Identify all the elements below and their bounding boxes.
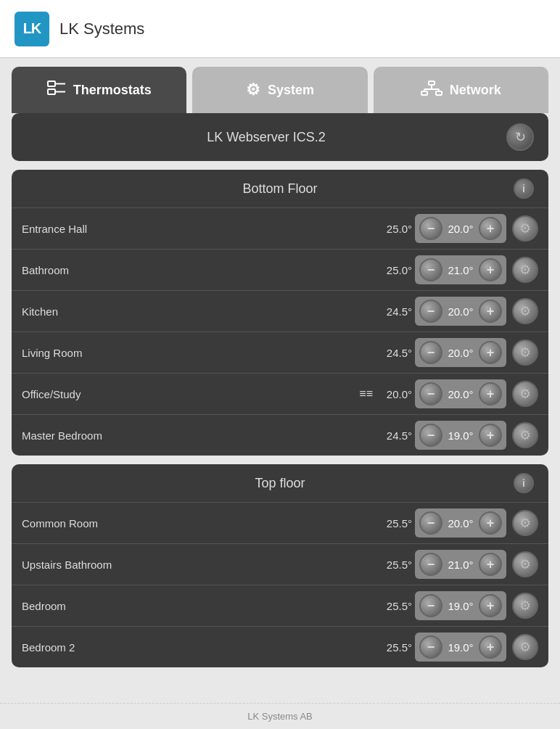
tab-thermostats[interactable]: Thermostats bbox=[12, 67, 186, 113]
room-row-0-4: Office/Study≡≡20.0°−20.0°+⚙ bbox=[12, 373, 548, 414]
room-row-0-3: Living Room24.5°−20.0°+⚙ bbox=[12, 331, 548, 373]
room-set-temp-1-3: 19.0° bbox=[445, 641, 476, 654]
room-controls-0-4: −20.0°+ bbox=[415, 379, 506, 408]
room-controls-1-2: −19.0°+ bbox=[415, 591, 506, 620]
increase-temp-button-1-0[interactable]: + bbox=[479, 511, 502, 535]
increase-temp-button-1-1[interactable]: + bbox=[479, 553, 502, 576]
floor-header-1: Top floori bbox=[12, 464, 548, 502]
decrease-temp-button-1-2[interactable]: − bbox=[419, 594, 442, 617]
decrease-temp-button-0-0[interactable]: − bbox=[419, 217, 442, 240]
room-name-1-3: Bedroom 2 bbox=[22, 641, 374, 654]
room-set-temp-1-2: 19.0° bbox=[445, 600, 476, 612]
decrease-temp-button-0-1[interactable]: − bbox=[419, 258, 442, 281]
tab-network[interactable]: Network bbox=[374, 67, 548, 113]
room-actual-temp-0-1: 25.0° bbox=[374, 264, 412, 276]
room-name-0-1: Bathroom bbox=[22, 264, 374, 276]
nav-tabs: Thermostats ⚙ System Network bbox=[0, 58, 560, 113]
decrease-temp-button-0-2[interactable]: − bbox=[419, 300, 442, 323]
floor-header-0: Bottom Floori bbox=[12, 170, 548, 207]
floors-container: Bottom FlooriEntrance Hall25.0°−20.0°+⚙B… bbox=[12, 170, 548, 667]
room-name-0-4: Office/Study bbox=[22, 388, 359, 400]
room-set-temp-0-5: 19.0° bbox=[445, 429, 476, 442]
floor-info-button-0[interactable]: i bbox=[514, 178, 534, 199]
room-actual-temp-1-0: 25.5° bbox=[374, 517, 412, 530]
room-settings-button-1-1[interactable]: ⚙ bbox=[512, 551, 538, 577]
increase-temp-button-0-4[interactable]: + bbox=[479, 382, 502, 405]
webserver-bar: LK Webserver ICS.2 ↻ bbox=[12, 113, 548, 161]
room-settings-button-0-0[interactable]: ⚙ bbox=[512, 215, 538, 242]
decrease-temp-button-1-3[interactable]: − bbox=[419, 635, 442, 659]
decrease-temp-button-1-0[interactable]: − bbox=[419, 511, 442, 535]
increase-temp-button-1-2[interactable]: + bbox=[479, 594, 502, 617]
decrease-temp-button-0-4[interactable]: − bbox=[419, 382, 442, 405]
room-name-1-1: Upstairs Bathroom bbox=[22, 559, 374, 571]
tab-network-label: Network bbox=[450, 83, 501, 98]
room-actual-temp-0-4: 20.0° bbox=[374, 388, 412, 400]
room-settings-button-0-2[interactable]: ⚙ bbox=[512, 298, 538, 324]
room-actual-temp-0-5: 24.5° bbox=[374, 429, 412, 442]
svg-rect-0 bbox=[48, 81, 55, 86]
floor-title-0: Bottom Floor bbox=[46, 181, 514, 197]
svg-rect-6 bbox=[436, 91, 442, 95]
room-actual-temp-1-2: 25.5° bbox=[374, 600, 412, 612]
room-controls-0-0: −20.0°+ bbox=[415, 214, 506, 243]
logo-text: LK bbox=[23, 20, 41, 37]
tab-system[interactable]: ⚙ System bbox=[192, 67, 367, 113]
room-settings-button-0-1[interactable]: ⚙ bbox=[512, 257, 538, 283]
increase-temp-button-0-1[interactable]: + bbox=[479, 258, 502, 281]
webserver-title: LK Webserver ICS.2 bbox=[26, 130, 506, 145]
floor-title-1: Top floor bbox=[46, 476, 514, 491]
room-row-0-5: Master Bedroom24.5°−19.0°+⚙ bbox=[12, 414, 548, 456]
decrease-temp-button-1-1[interactable]: − bbox=[419, 553, 442, 576]
tab-thermostats-label: Thermostats bbox=[73, 83, 152, 98]
room-controls-1-0: −20.0°+ bbox=[415, 508, 506, 538]
room-name-0-0: Entrance Hall bbox=[22, 223, 374, 235]
room-actual-temp-0-0: 25.0° bbox=[374, 223, 412, 235]
main-content: LK Webserver ICS.2 ↻ Bottom FlooriEntran… bbox=[0, 113, 560, 703]
room-name-0-5: Master Bedroom bbox=[22, 429, 374, 442]
refresh-button[interactable]: ↻ bbox=[506, 123, 534, 151]
increase-temp-button-0-2[interactable]: + bbox=[479, 300, 502, 323]
room-row-1-2: Bedroom25.5°−19.0°+⚙ bbox=[12, 585, 548, 626]
floor-section-1: Top flooriCommon Room25.5°−20.0°+⚙Upstai… bbox=[12, 464, 548, 667]
room-row-0-2: Kitchen24.5°−20.0°+⚙ bbox=[12, 290, 548, 331]
svg-rect-5 bbox=[421, 91, 427, 95]
room-settings-button-1-0[interactable]: ⚙ bbox=[512, 510, 538, 536]
room-settings-button-0-3[interactable]: ⚙ bbox=[512, 339, 538, 366]
room-actual-temp-1-1: 25.5° bbox=[374, 559, 412, 571]
room-actual-temp-1-3: 25.5° bbox=[374, 641, 412, 654]
room-row-1-0: Common Room25.5°−20.0°+⚙ bbox=[12, 502, 548, 543]
room-settings-button-0-4[interactable]: ⚙ bbox=[512, 381, 538, 407]
tab-system-label: System bbox=[268, 83, 314, 98]
room-name-1-2: Bedroom bbox=[22, 600, 374, 612]
thermostat-icon bbox=[47, 80, 66, 100]
room-set-temp-0-3: 20.0° bbox=[445, 347, 476, 359]
room-name-1-0: Common Room bbox=[22, 517, 374, 530]
room-set-temp-1-1: 21.0° bbox=[445, 559, 476, 571]
room-settings-button-1-2[interactable]: ⚙ bbox=[512, 593, 538, 619]
room-controls-1-1: −21.0°+ bbox=[415, 550, 506, 579]
room-controls-1-3: −19.0°+ bbox=[415, 633, 506, 662]
increase-temp-button-0-3[interactable]: + bbox=[479, 341, 502, 364]
decrease-temp-button-0-3[interactable]: − bbox=[419, 341, 442, 364]
system-icon: ⚙ bbox=[246, 81, 260, 99]
room-settings-button-1-3[interactable]: ⚙ bbox=[512, 634, 538, 660]
increase-temp-button-0-5[interactable]: + bbox=[479, 424, 502, 447]
room-set-temp-0-2: 20.0° bbox=[445, 305, 476, 318]
floor-info-button-1[interactable]: i bbox=[514, 473, 534, 493]
room-row-1-3: Bedroom 225.5°−19.0°+⚙ bbox=[12, 626, 548, 667]
room-set-temp-0-1: 21.0° bbox=[445, 264, 476, 276]
room-name-0-2: Kitchen bbox=[22, 305, 374, 318]
room-row-1-1: Upstairs Bathroom25.5°−21.0°+⚙ bbox=[12, 543, 548, 585]
logo: LK bbox=[15, 12, 49, 46]
increase-temp-button-0-0[interactable]: + bbox=[479, 217, 502, 240]
room-row-0-1: Bathroom25.0°−21.0°+⚙ bbox=[12, 249, 548, 290]
room-set-temp-0-0: 20.0° bbox=[445, 223, 476, 235]
floor-section-0: Bottom FlooriEntrance Hall25.0°−20.0°+⚙B… bbox=[12, 170, 548, 456]
increase-temp-button-1-3[interactable]: + bbox=[479, 635, 502, 659]
svg-rect-4 bbox=[429, 81, 435, 85]
room-controls-0-2: −20.0°+ bbox=[415, 297, 506, 326]
footer: LK Systems AB bbox=[0, 703, 560, 729]
decrease-temp-button-0-5[interactable]: − bbox=[419, 424, 442, 447]
room-settings-button-0-5[interactable]: ⚙ bbox=[512, 422, 538, 448]
